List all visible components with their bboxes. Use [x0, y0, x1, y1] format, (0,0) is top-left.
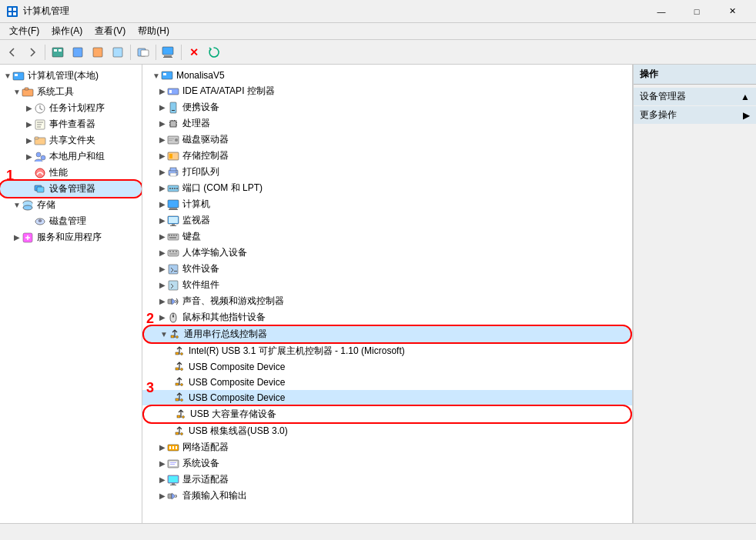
svg-rect-84 [168, 299, 172, 304]
svg-point-33 [38, 219, 42, 222]
dev-audio[interactable]: ▶ 声音、视频和游戏控制器 [142, 293, 632, 309]
dev-monitor-label: 监视器 [182, 214, 210, 227]
dev-keyboard-label: 键盘 [182, 230, 201, 243]
right-panel-more[interactable]: 更多操作 ▶ [634, 106, 756, 124]
dev-mouse[interactable]: ▶ 鼠标和其他指针设备 [142, 309, 632, 325]
svg-point-90 [181, 352, 183, 355]
dev-keyboard[interactable]: ▶ 键盘 [142, 228, 632, 245]
dev-ports-label: 端口 (COM 和 LPT) [182, 182, 263, 195]
toolbar-btn3[interactable] [89, 43, 107, 62]
dev-audio-io[interactable]: ▶ 音频输入和输出 [142, 488, 632, 504]
dev-usb-mass[interactable]: USB 大容量存储设备 [144, 406, 631, 422]
svg-rect-17 [15, 74, 18, 76]
dev-computer-label: 计算机 [182, 198, 210, 211]
dev-usbcomp1-label: USB Composite Device [189, 362, 285, 372]
svg-rect-7 [59, 49, 62, 52]
dev-storage-ctrl[interactable]: ▶ 存储控制器 [142, 148, 632, 164]
toolbar-btn2[interactable] [69, 43, 87, 62]
dev-usb-comp2[interactable]: USB Composite Device [142, 375, 632, 390]
close-button[interactable]: ✕ [714, 0, 750, 23]
svg-rect-39 [170, 102, 176, 113]
right-panel-more-label: 更多操作 [640, 108, 677, 122]
tree-storage[interactable]: ▼ 存储 [0, 197, 142, 213]
svg-rect-38 [169, 90, 172, 93]
menu-file[interactable]: 文件(F) [3, 23, 45, 39]
svg-rect-112 [170, 485, 176, 485]
svg-rect-55 [170, 168, 176, 171]
toolbar-sep2 [130, 45, 131, 60]
dev-ide[interactable]: ▶ IDE ATA/ATAPI 控制器 [142, 83, 632, 99]
dev-computer[interactable]: ▶ 计算机 [142, 196, 632, 212]
dev-disk[interactable]: ▶ 磁盘驱动器 [142, 132, 632, 148]
dev-sw-component[interactable]: ▶ 软件组件 [142, 277, 632, 293]
menu-help[interactable]: 帮助(H) [132, 23, 176, 39]
dev-processor[interactable]: ▶ 处理器 [142, 115, 632, 132]
svg-point-62 [176, 188, 178, 189]
tree-root[interactable]: ▼ 计算机管理(本地) [0, 68, 142, 84]
dev-monitor[interactable]: ▶ 监视器 [142, 212, 632, 228]
dev-usb-comp3[interactable]: USB Composite Device [142, 390, 632, 405]
main-container: ▼ 计算机管理(本地) ▼ 系统工具 ▶ 任务计划程序 ▶ [0, 65, 756, 523]
dev-print[interactable]: ▶ 打印队列 [142, 164, 632, 180]
dev-audio-label: 声音、视频和游戏控制器 [182, 295, 284, 308]
menu-view[interactable]: 查看(V) [89, 23, 132, 39]
toolbar-btn-computer[interactable] [159, 43, 178, 62]
svg-rect-15 [163, 57, 172, 58]
menu-bar: 文件(F) 操作(A) 查看(V) 帮助(H) [0, 23, 756, 40]
dev-root[interactable]: ▼ MonalisaV5 [142, 68, 632, 83]
toolbar-btn4[interactable] [109, 43, 127, 62]
toolbar-forward[interactable] [23, 43, 42, 62]
tree-local-users[interactable]: ▶ 本地用户和组 [0, 148, 142, 165]
dev-display[interactable]: ▶ 显示适配器 [142, 472, 632, 488]
svg-point-49 [175, 138, 178, 142]
dev-usb-comp1[interactable]: USB Composite Device [142, 359, 632, 375]
toolbar: ✕ [0, 40, 756, 65]
dev-usb-ctrl[interactable]: ▼ 通用串行总线控制器 [144, 326, 631, 342]
middle-panel: ▼ MonalisaV5 ▶ IDE ATA/ATAPI 控制器 ▶ 便携设备 [142, 65, 633, 523]
maximize-button[interactable]: □ [679, 0, 714, 23]
dev-software-label: 软件设备 [182, 262, 219, 275]
svg-rect-93 [176, 383, 179, 385]
tree-shared-folders[interactable]: ▶ 共享文件夹 [0, 132, 142, 148]
tree-performance[interactable]: 性能 [0, 165, 142, 181]
svg-rect-95 [176, 398, 179, 401]
minimize-button[interactable]: — [644, 0, 679, 23]
svg-rect-73 [173, 235, 175, 236]
tree-devmgr-label: 设备管理器 [49, 182, 95, 195]
dev-hid[interactable]: ▶ 人体学输入设备 [142, 245, 632, 261]
toolbar-back[interactable] [3, 43, 22, 62]
toolbar-btn5[interactable] [134, 43, 152, 62]
tree-event-viewer[interactable]: ▶ 事件查看器 [0, 116, 142, 132]
svg-rect-97 [177, 415, 180, 418]
dev-ports[interactable]: ▶ 端口 (COM 和 LPT) [142, 180, 632, 196]
svg-rect-78 [172, 251, 174, 252]
tree-device-manager[interactable]: 设备管理器 [0, 181, 142, 197]
tree-disk-mgmt[interactable]: 磁盘管理 [0, 213, 142, 229]
tree-services[interactable]: ▶ 服务和应用程序 [0, 229, 142, 245]
tree-system-tools[interactable]: ▼ 系统工具 [0, 84, 142, 100]
svg-rect-82 [174, 271, 177, 272]
dev-portable-label: 便携设备 [182, 101, 219, 114]
svg-point-60 [172, 188, 173, 189]
svg-point-61 [174, 188, 176, 189]
svg-rect-10 [113, 48, 122, 57]
svg-rect-2 [13, 8, 16, 11]
toolbar-btn-delete[interactable]: ✕ [185, 43, 203, 62]
dev-audiio-label: 音频输入和输出 [182, 489, 247, 502]
menu-action[interactable]: 操作(A) [45, 23, 89, 39]
dev-system[interactable]: ▶ 系统设备 [142, 455, 632, 472]
right-panel-devmgr[interactable]: 设备管理器 ▲ [634, 88, 756, 105]
svg-rect-51 [169, 140, 172, 141]
dev-portable[interactable]: ▶ 便携设备 [142, 99, 632, 115]
dev-network[interactable]: ▶ 网络适配器 [142, 439, 632, 455]
svg-rect-1 [8, 8, 12, 11]
svg-rect-36 [163, 73, 166, 75]
dev-intel-usb[interactable]: Intel(R) USB 3.1 可扩展主机控制器 - 1.10 (Micros… [142, 343, 632, 359]
dev-software[interactable]: ▶ 软件设备 [142, 261, 632, 277]
toolbar-btn1[interactable] [49, 43, 67, 62]
toolbar-btn-refresh[interactable] [205, 43, 223, 62]
toolbar-sep4 [181, 45, 182, 60]
tree-task-scheduler[interactable]: ▶ 任务计划程序 [0, 100, 142, 116]
svg-rect-47 [174, 120, 175, 121]
dev-usb-hub[interactable]: USB 根集线器(USB 3.0) [142, 423, 632, 439]
